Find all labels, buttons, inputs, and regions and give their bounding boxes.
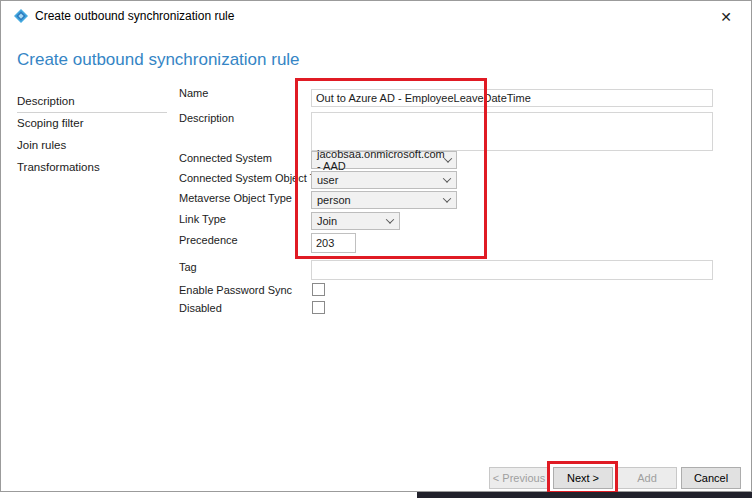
tag-label: Tag bbox=[179, 261, 197, 273]
name-label: Name bbox=[179, 87, 208, 99]
metaverse-object-type-select[interactable]: person bbox=[311, 191, 457, 209]
precedence-label: Precedence bbox=[179, 234, 238, 246]
sidebar-item-transformations[interactable]: Transformations bbox=[17, 157, 167, 179]
connected-system-value: jacobsaa.onmicrosoft.com - AAD bbox=[317, 148, 445, 172]
precedence-input[interactable] bbox=[311, 233, 356, 253]
title-bar: Create outbound synchronization rule ✕ bbox=[1, 1, 751, 31]
enable-password-sync-label: Enable Password Sync bbox=[179, 284, 292, 296]
close-button[interactable]: ✕ bbox=[711, 4, 741, 30]
tag-input[interactable] bbox=[311, 260, 713, 280]
name-input[interactable] bbox=[311, 89, 713, 107]
sidebar-item-description[interactable]: Description bbox=[17, 91, 167, 113]
add-button[interactable]: Add bbox=[617, 467, 677, 489]
connected-system-object-type-value: user bbox=[317, 174, 338, 186]
link-type-value: Join bbox=[317, 215, 337, 227]
chevron-down-icon bbox=[443, 174, 451, 182]
screenshot-canvas: Create outbound synchronization rule ✕ C… bbox=[0, 0, 752, 498]
previous-button[interactable]: < Previous bbox=[489, 467, 549, 489]
window-title: Create outbound synchronization rule bbox=[35, 9, 234, 23]
disabled-label: Disabled bbox=[179, 302, 222, 314]
chevron-down-icon bbox=[386, 215, 394, 223]
description-input[interactable] bbox=[311, 112, 713, 151]
connected-system-object-type-select[interactable]: user bbox=[311, 171, 457, 189]
chevron-down-icon bbox=[444, 154, 452, 162]
disabled-checkbox[interactable] bbox=[312, 301, 325, 314]
link-type-label: Link Type bbox=[179, 213, 226, 225]
close-icon: ✕ bbox=[720, 9, 732, 25]
connected-system-select[interactable]: jacobsaa.onmicrosoft.com - AAD bbox=[311, 151, 457, 169]
cancel-button[interactable]: Cancel bbox=[681, 467, 741, 489]
next-button[interactable]: Next > bbox=[553, 467, 613, 489]
sidebar-item-scoping-filter[interactable]: Scoping filter bbox=[17, 113, 167, 135]
sidebar-item-join-rules[interactable]: Join rules bbox=[17, 135, 167, 157]
background-window-edge bbox=[417, 492, 752, 498]
wizard-step-list: Description Scoping filter Join rules Tr… bbox=[17, 91, 167, 179]
chevron-down-icon bbox=[443, 194, 451, 202]
metaverse-object-type-label: Metaverse Object Type bbox=[179, 192, 292, 204]
connected-system-label: Connected System bbox=[179, 152, 272, 164]
enable-password-sync-checkbox[interactable] bbox=[312, 283, 325, 296]
description-label: Description bbox=[179, 112, 234, 124]
link-type-select[interactable]: Join bbox=[311, 212, 400, 230]
metaverse-object-type-value: person bbox=[317, 194, 351, 206]
dialog-window: Create outbound synchronization rule ✕ C… bbox=[0, 0, 752, 492]
sync-rule-diamond-icon bbox=[14, 9, 28, 23]
page-title: Create outbound synchronization rule bbox=[17, 50, 300, 70]
